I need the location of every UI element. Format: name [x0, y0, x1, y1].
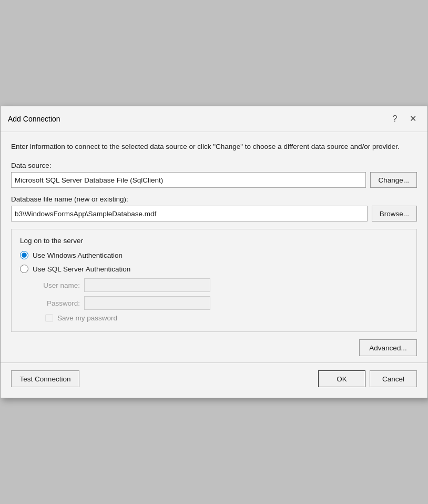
save-password-label[interactable]: Save my password [57, 314, 117, 322]
title-bar: Add Connection ? ✕ [1, 106, 427, 132]
cancel-button[interactable]: Cancel [370, 370, 417, 387]
password-input[interactable] [84, 296, 210, 310]
save-password-checkbox[interactable] [45, 314, 53, 322]
data-source-group: Data source: Change... [11, 162, 417, 188]
windows-auth-row: Use Windows Authentication [20, 251, 408, 259]
test-connection-button[interactable]: Test Connection [11, 370, 79, 387]
save-password-row: Save my password [45, 314, 408, 322]
data-source-label: Data source: [11, 162, 417, 169]
change-button[interactable]: Change... [370, 172, 417, 188]
footer-right-buttons: OK Cancel [318, 370, 417, 387]
username-input[interactable] [84, 278, 210, 292]
username-row: User name: [33, 278, 408, 292]
database-file-input[interactable] [11, 206, 368, 221]
password-row: Password: [33, 296, 408, 310]
data-source-input[interactable] [11, 172, 366, 188]
browse-button[interactable]: Browse... [372, 206, 417, 221]
sql-auth-label[interactable]: Use SQL Server Authentication [33, 265, 130, 273]
data-source-row: Change... [11, 172, 417, 188]
help-button[interactable]: ? [388, 112, 402, 126]
username-label: User name: [33, 281, 80, 289]
add-connection-dialog: Add Connection ? ✕ Enter information to … [0, 106, 428, 398]
sql-auth-row: Use SQL Server Authentication [20, 265, 408, 273]
close-icon: ✕ [410, 114, 416, 124]
database-file-row: Browse... [11, 206, 417, 221]
footer-buttons: Test Connection OK Cancel [11, 370, 417, 389]
logon-box: Log on to the server Use Windows Authent… [11, 229, 417, 332]
windows-auth-label[interactable]: Use Windows Authentication [33, 251, 123, 259]
dialog-title: Add Connection [8, 115, 388, 123]
footer-divider [1, 362, 427, 363]
title-bar-controls: ? ✕ [388, 112, 420, 126]
help-icon: ? [393, 114, 398, 124]
dialog-body: Enter information to connect to the sele… [1, 132, 427, 398]
advanced-row: Advanced... [11, 339, 417, 356]
database-file-group: Database file name (new or existing): Br… [11, 195, 417, 221]
windows-auth-radio[interactable] [20, 251, 28, 259]
sql-auth-fields: User name: Password: Save my password [33, 278, 408, 322]
password-label: Password: [33, 299, 80, 307]
ok-button[interactable]: OK [318, 370, 365, 387]
advanced-button[interactable]: Advanced... [359, 339, 417, 356]
logon-title: Log on to the server [20, 237, 408, 245]
description-text: Enter information to connect to the sele… [11, 142, 417, 152]
close-button[interactable]: ✕ [405, 112, 420, 126]
sql-auth-radio[interactable] [20, 265, 28, 273]
database-file-label: Database file name (new or existing): [11, 195, 417, 203]
